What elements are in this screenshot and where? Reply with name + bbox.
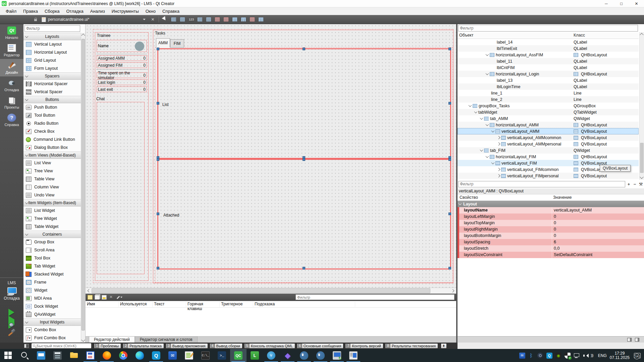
layout-horizontal-icon[interactable] bbox=[197, 16, 203, 22]
taskbar-app-obsidian[interactable] bbox=[279, 349, 296, 362]
delete-action-icon[interactable] bbox=[109, 295, 114, 300]
selection-handle[interactable] bbox=[303, 48, 305, 50]
taskbar-app-cmd[interactable] bbox=[197, 349, 214, 362]
widget-item-Stacked-Widget[interactable]: Stacked Widget bbox=[23, 270, 81, 278]
tree-row-tab_FIM[interactable]: tab_FIMQWidget bbox=[458, 147, 639, 154]
tree-row-verticalLayout_AMMcommon[interactable]: verticalLayout_AMMcommonQVBoxLayout bbox=[458, 134, 639, 141]
widget-item-Vertical-Spacer[interactable]: Vertical Spacer bbox=[23, 88, 81, 96]
taskbar-app-calc[interactable] bbox=[49, 349, 66, 362]
language-indicator[interactable]: ENG bbox=[598, 353, 607, 358]
action-column-1[interactable]: Используется bbox=[120, 302, 153, 307]
menu-item-Справка[interactable]: Справка bbox=[159, 8, 182, 14]
output-pane-8[interactable]: 8Результаты тестирования bbox=[385, 343, 438, 349]
widget-category-Layouts[interactable]: Layouts bbox=[23, 33, 81, 40]
add-property-icon[interactable]: + bbox=[626, 182, 631, 187]
scrollbar-thumb[interactable] bbox=[640, 143, 644, 173]
tab-FIM[interactable]: FIM bbox=[170, 39, 184, 48]
selection-handle[interactable] bbox=[448, 267, 451, 269]
widget-box-filter-input[interactable] bbox=[24, 25, 80, 32]
selection-handle[interactable] bbox=[448, 102, 451, 105]
widget-item-Grid-Layout[interactable]: Grid Layout bbox=[23, 56, 81, 64]
chevron-right-icon[interactable] bbox=[497, 136, 500, 139]
list-label[interactable]: List bbox=[162, 102, 169, 107]
qtray-tray-icon[interactable] bbox=[546, 353, 552, 359]
break-layout-icon[interactable] bbox=[249, 16, 256, 22]
taskbar-app-mail[interactable] bbox=[164, 349, 181, 362]
tree-row-line_1[interactable]: line_1Line bbox=[458, 90, 639, 96]
layout-split-vertical-icon[interactable] bbox=[223, 16, 229, 22]
taskbar-app-qtcreator[interactable] bbox=[230, 349, 247, 362]
tree-row-label_13[interactable]: label_13QLabel bbox=[458, 77, 639, 83]
network-tray-icon[interactable] bbox=[574, 353, 580, 359]
menu-item-Сборка[interactable]: Сборка bbox=[42, 8, 63, 14]
output-pane-7[interactable]: 7Контроль версий bbox=[345, 343, 383, 349]
output-pane-4[interactable]: 4Вывод сборки bbox=[210, 343, 243, 349]
remove-property-icon[interactable]: − bbox=[632, 182, 637, 187]
tree-row-verticalLayout_FIMpersonal[interactable]: verticalLayout_FIMpersonalQVBoxLayout bbox=[458, 173, 639, 179]
close-button[interactable]: ✕ bbox=[629, 0, 644, 7]
output-pane-3[interactable]: 3Вывод приложения bbox=[166, 343, 208, 349]
mode-Начало[interactable]: Начало bbox=[0, 24, 23, 42]
avatar-circle[interactable] bbox=[135, 42, 144, 51]
property-row-layoutSizeConstraint[interactable]: layoutSizeConstraintSetDefaultConstraint bbox=[458, 252, 644, 258]
widget-category-Buttons[interactable]: Buttons bbox=[23, 96, 81, 103]
configure-actions-icon[interactable] bbox=[116, 295, 121, 300]
widget-item-Tool-Box[interactable]: Tool Box bbox=[23, 254, 81, 262]
tree-row-lblCntFIM[interactable]: lblCntFIMQLabel bbox=[458, 64, 639, 71]
open-document-selector[interactable]: personalcardtrainee.ui* bbox=[48, 17, 89, 22]
widget-item-Dock-Widget[interactable]: Dock Widget bbox=[23, 302, 81, 310]
chevron-down-icon[interactable] bbox=[469, 104, 472, 107]
toggle-panel-icon[interactable] bbox=[635, 338, 639, 342]
widget-item-List-View[interactable]: List View bbox=[23, 159, 81, 167]
widget-item-Check-Box[interactable]: Check Box bbox=[23, 127, 81, 135]
widget-item-Dialog-Button-Box[interactable]: Dialog Button Box bbox=[23, 143, 81, 152]
form-editor-canvas[interactable]: Trainee Name Chat Assigned AMM0Assigned … bbox=[86, 24, 456, 288]
layout-grid-icon[interactable] bbox=[231, 16, 238, 22]
layout-section-header[interactable]: Layout bbox=[458, 201, 644, 207]
widget-item-Tool-Button[interactable]: Tool Button bbox=[23, 111, 81, 119]
adjust-size-icon[interactable] bbox=[258, 16, 264, 22]
mode-Проекты[interactable]: Проекты bbox=[0, 94, 23, 111]
scroll-down-icon[interactable] bbox=[640, 175, 643, 179]
property-filter-input[interactable] bbox=[458, 181, 625, 187]
taskbar-app-sysmon[interactable] bbox=[33, 349, 49, 362]
trainee-row-Time-spent-on-the-simulator[interactable]: Time spent on the simulator0 bbox=[97, 72, 147, 78]
property-row-layoutSpacing[interactable]: layoutSpacing6 bbox=[458, 239, 644, 245]
nvidia-tray-icon[interactable] bbox=[555, 353, 561, 359]
action-column-0[interactable]: Имя bbox=[87, 302, 119, 307]
selected-layout-list[interactable]: List bbox=[157, 48, 451, 159]
notification-icon[interactable]: 14 bbox=[634, 353, 641, 358]
trainee-row-Assigned-FIM[interactable]: Assigned FIM0 bbox=[97, 62, 147, 68]
chevron-down-icon[interactable] bbox=[486, 155, 489, 158]
taskbar-app-qapp[interactable] bbox=[148, 349, 164, 362]
menu-item-Файл[interactable]: Файл bbox=[3, 8, 19, 14]
steam-tray-icon[interactable] bbox=[537, 353, 543, 359]
widget-category-Input-Widgets[interactable]: Input Widgets bbox=[23, 318, 81, 326]
scroll-right-icon[interactable] bbox=[451, 289, 454, 293]
widget-box-scrollbar[interactable] bbox=[81, 33, 85, 343]
tree-row-line_2[interactable]: line_2Line bbox=[458, 96, 639, 103]
shield-tray-icon[interactable] bbox=[565, 353, 571, 359]
taskbar-app-fork[interactable] bbox=[263, 349, 279, 362]
bottom-tab--[interactable]: Редактор сигналов и слотов bbox=[135, 336, 198, 343]
selection-handle[interactable] bbox=[157, 213, 159, 215]
taskbar-clock[interactable]: 17:29 07.11.2025 bbox=[610, 351, 630, 360]
taskbar-app-remote[interactable] bbox=[329, 349, 345, 362]
tree-row-verticalLayout_AMMpersonal[interactable]: verticalLayout_AMMpersonalQVBoxLayout bbox=[458, 141, 639, 147]
chevron-right-icon[interactable] bbox=[497, 174, 500, 178]
separator-line[interactable] bbox=[96, 54, 147, 54]
tree-row-lblTimeExit[interactable]: lblTimeExitQLabel bbox=[458, 45, 639, 52]
paste-action-icon[interactable] bbox=[102, 295, 107, 300]
chevron-down-icon[interactable] bbox=[491, 161, 495, 164]
tree-row-tab_AMM[interactable]: tab_AMMQWidget bbox=[458, 115, 639, 122]
selection-handle[interactable] bbox=[157, 48, 159, 50]
action-editor-filter-input[interactable] bbox=[296, 294, 454, 300]
selection-handle[interactable] bbox=[157, 102, 159, 105]
action-column-5[interactable]: Подсказка bbox=[255, 302, 355, 307]
widget-item-MDI-Area[interactable]: MDI Area bbox=[23, 294, 81, 302]
action-column-2[interactable]: Текст bbox=[154, 302, 186, 307]
widget-item-Tab-Widget[interactable]: Tab Widget bbox=[23, 262, 81, 270]
edit-tab-order-icon[interactable]: 123 bbox=[188, 16, 195, 22]
layout-form-icon[interactable] bbox=[240, 16, 247, 22]
mailt-tray-icon[interactable] bbox=[519, 353, 525, 359]
